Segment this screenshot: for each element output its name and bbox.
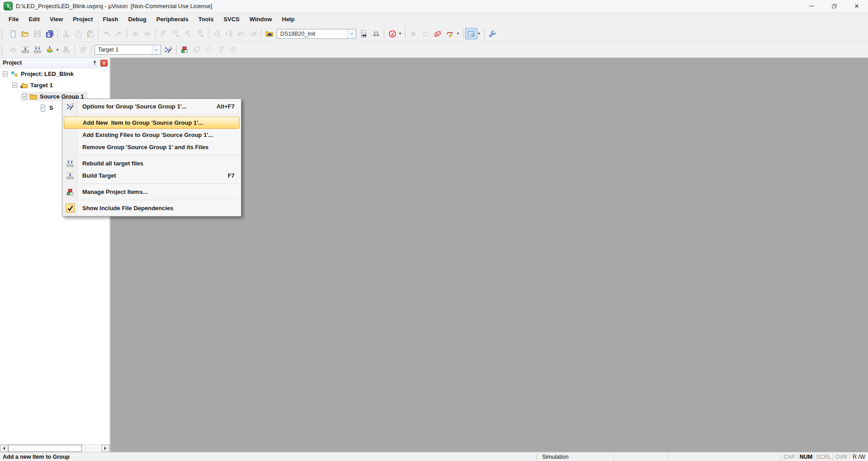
download-button[interactable]: LOAD — [77, 44, 89, 56]
manage-project-items-button[interactable] — [179, 44, 191, 56]
close-icon: × — [854, 2, 859, 10]
status-separator — [668, 454, 669, 460]
incremental-find-button[interactable] — [358, 28, 370, 39]
manage-icon — [180, 46, 189, 54]
batch-build-button[interactable] — [43, 44, 56, 56]
toolbar-grip[interactable] — [1, 45, 5, 55]
globe-icon — [229, 46, 237, 54]
stop-build-button[interactable] — [61, 44, 73, 56]
scrollbar-track[interactable] — [82, 445, 101, 452]
scrollbar-thumb[interactable] — [8, 445, 82, 452]
pin-icon — [92, 60, 98, 66]
toolbar-separator — [261, 29, 261, 38]
menu-file[interactable]: File — [4, 14, 24, 25]
kill-all-breakpoints-button[interactable] — [432, 28, 444, 39]
find-icon — [372, 30, 380, 38]
menu-rebuild-all-label: Rebuild all target files — [82, 160, 143, 167]
menu-remove-group[interactable]: Remove Group 'Source Group 1' and its Fi… — [62, 141, 241, 153]
uncomment-selection-button[interactable] — [247, 28, 259, 39]
rebuild-button[interactable] — [31, 44, 43, 56]
collapse-expander[interactable] — [22, 94, 27, 99]
rebuild-icon — [62, 160, 78, 168]
file-extensions-button[interactable] — [191, 44, 203, 56]
open-file-button[interactable] — [19, 28, 31, 39]
menu-rebuild-all[interactable]: Rebuild all target files — [62, 157, 241, 169]
tree-item-project-led-blink[interactable]: Project: LED_Blink — [0, 68, 109, 80]
configure-button[interactable] — [486, 28, 499, 39]
manage-run-time-environment-button[interactable] — [215, 44, 227, 56]
find-button[interactable] — [370, 28, 382, 39]
find-next-icon — [360, 30, 368, 38]
menu-debug[interactable]: Debug — [123, 14, 151, 25]
copy-button[interactable] — [72, 28, 84, 39]
menu-svcs[interactable]: SVCS — [218, 14, 244, 25]
menu-edit[interactable]: Edit — [24, 14, 45, 25]
target-select-combo-value[interactable]: Target 1 — [95, 47, 152, 53]
menu-help[interactable]: Help — [277, 14, 300, 25]
scroll-right-button[interactable] — [101, 445, 109, 452]
project-window-toggle-button[interactable] — [465, 28, 477, 39]
menu-show-include-dependencies[interactable]: Show Include File Dependencies — [62, 202, 241, 214]
menu-window[interactable]: Window — [245, 14, 277, 25]
previous-bookmark-button[interactable] — [170, 28, 182, 39]
navigate-back-button[interactable] — [129, 28, 141, 39]
chevron-down-icon[interactable] — [347, 29, 356, 38]
tree-item-target-1[interactable]: Target 1 — [0, 80, 109, 91]
options-for-target-button[interactable] — [162, 44, 175, 56]
save-button[interactable] — [31, 28, 43, 39]
toolbar-grip[interactable] — [1, 29, 5, 39]
scroll-left-button[interactable] — [0, 445, 8, 452]
dropdown-caret-icon[interactable]: ▼ — [477, 32, 481, 36]
dropdown-caret-icon[interactable]: ▼ — [398, 32, 402, 36]
pin-panel-button[interactable] — [90, 59, 99, 67]
find-in-files-button[interactable] — [263, 28, 275, 39]
redo-button[interactable] — [113, 28, 125, 39]
insert-breakpoint-button[interactable] — [407, 28, 420, 39]
menu-add-existing-files[interactable]: Add Existing Files to Group 'Source Grou… — [62, 129, 241, 141]
navigate-forward-button[interactable] — [141, 28, 153, 39]
menu-build-target[interactable]: Build TargetF7 — [62, 169, 241, 182]
close-panel-button[interactable]: x — [100, 60, 108, 66]
close-button[interactable]: × — [845, 0, 868, 12]
start-stop-debug-button[interactable]: d — [386, 28, 398, 39]
function-search-combo[interactable]: DS18B20_Init — [277, 29, 356, 39]
indent-button[interactable] — [222, 28, 235, 39]
next-bookmark-button[interactable] — [182, 28, 194, 39]
menu-view[interactable]: View — [45, 14, 68, 25]
menu-options-for-group[interactable]: Options for Group 'Source Group 1'...Alt… — [62, 100, 241, 113]
toolbar-separator — [176, 45, 177, 55]
collapse-expander[interactable] — [3, 71, 8, 76]
disable-breakpoint-button[interactable] — [420, 28, 432, 39]
paste-button[interactable] — [84, 28, 96, 39]
menu-options-for-group-shortcut: Alt+F7 — [217, 103, 241, 110]
collapse-expander[interactable] — [12, 83, 17, 88]
minimize-button[interactable] — [800, 0, 823, 12]
unindent-button[interactable] — [210, 28, 222, 39]
restore-button[interactable] — [823, 0, 845, 12]
enable-disable-breakpoint-button[interactable] — [444, 28, 456, 39]
menu-manage-project-items[interactable]: Manage Project Items... — [62, 186, 241, 198]
chevron-down-icon[interactable] — [152, 45, 160, 54]
menu-add-new-item[interactable]: Add New Item to Group 'Source Group 1'..… — [64, 117, 240, 129]
translate-button[interactable] — [7, 44, 19, 56]
clear-bookmarks-button[interactable] — [194, 28, 206, 39]
menu-flash[interactable]: Flash — [98, 14, 123, 25]
undo-button[interactable] — [100, 28, 113, 39]
bp-toggle-icon — [409, 30, 417, 38]
function-search-combo-value[interactable]: DS18B20_Init — [277, 31, 347, 37]
cut-button[interactable] — [60, 28, 72, 39]
target-select-combo[interactable]: Target 1 — [94, 45, 161, 55]
select-software-packs-button[interactable] — [203, 44, 215, 56]
menu-project[interactable]: Project — [68, 14, 98, 25]
save-all-button[interactable] — [43, 28, 56, 39]
dropdown-caret-icon[interactable]: ▼ — [56, 48, 59, 52]
menu-tools[interactable]: Tools — [193, 14, 219, 25]
dropdown-caret-icon[interactable]: ▼ — [456, 32, 460, 36]
new-file-button[interactable] — [7, 28, 19, 39]
toggle-bookmark-button[interactable] — [157, 28, 170, 39]
comment-selection-button[interactable] — [235, 28, 247, 39]
pack-installer-button[interactable] — [227, 44, 240, 56]
scroll-right-icon — [104, 447, 106, 450]
build-button[interactable] — [19, 44, 31, 56]
menu-peripherals[interactable]: Peripherals — [151, 14, 193, 25]
